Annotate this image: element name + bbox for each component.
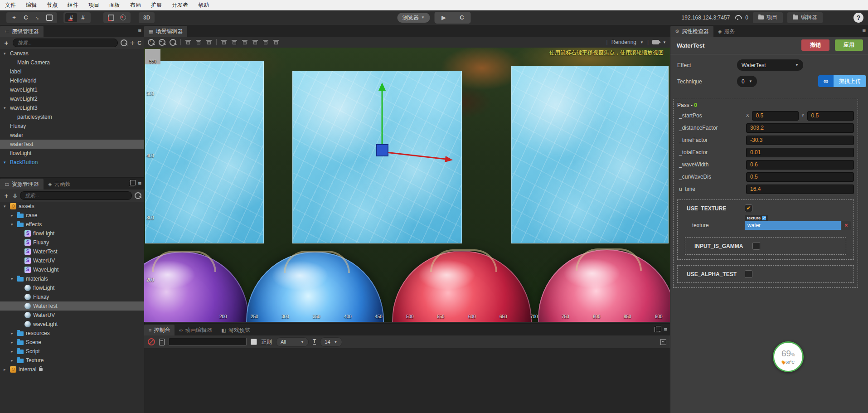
menu-item-7[interactable]: 扩展 — [146, 0, 167, 10]
distribute-gap-icon[interactable] — [273, 39, 279, 45]
expand-arrow[interactable]: ▸ — [11, 331, 17, 335]
prop-input[interactable]: 0.6 — [746, 160, 854, 170]
tab-services[interactable]: ◈ 服务 — [713, 26, 739, 37]
clear-texture-button[interactable]: × — [842, 221, 851, 230]
grid-anchor-tool-icon[interactable]: # — [77, 13, 89, 22]
assets-node-wateruv[interactable]: SWaterUV — [0, 256, 144, 265]
add-node-button[interactable]: + — [3, 39, 10, 47]
assets-node-wavelight[interactable]: waveLight — [0, 320, 144, 329]
search-icon[interactable] — [135, 192, 141, 199]
menu-item-6[interactable]: 布局 — [125, 0, 146, 10]
expand-arrow[interactable]: ▾ — [4, 204, 10, 209]
input-is-gamma-checkbox[interactable] — [752, 242, 760, 250]
panel-layout-icon[interactable] — [129, 181, 134, 186]
expand-arrow[interactable]: ▾ — [4, 51, 10, 56]
rotate-tool-icon[interactable]: C — [20, 13, 32, 22]
assets-node-scene[interactable]: ▸Scene — [0, 338, 144, 347]
menu-item-0[interactable]: 文件 — [0, 0, 21, 10]
console-settings-icon[interactable] — [660, 339, 666, 345]
mode-3d-button[interactable]: 3D — [139, 12, 155, 23]
camera-view-icon[interactable] — [652, 40, 659, 44]
sort-icon[interactable]: ⇊ — [13, 193, 17, 199]
orb-blue[interactable] — [246, 252, 384, 322]
zoom-reset-icon[interactable] — [170, 39, 176, 46]
hierarchy-node-watertest[interactable]: waterTest — [0, 140, 144, 149]
console-tab-2[interactable]: ◧游戏预览 — [217, 325, 254, 335]
assets-node-resources[interactable]: ▸resources — [0, 329, 144, 338]
drag-upload-button[interactable]: ∞ 拖拽上传 — [818, 75, 866, 87]
panel-menu-icon[interactable]: ≡ — [862, 27, 866, 34]
tab-cloud-functions[interactable]: ◈ 云函数 — [44, 179, 75, 189]
align-left-icon[interactable] — [221, 39, 227, 45]
preview-target-dropdown[interactable]: 浏览器 ▼ — [397, 13, 430, 23]
prop-input-y[interactable]: 0.5 — [807, 111, 854, 121]
assets-node-materials[interactable]: ▾materials — [0, 274, 144, 283]
open-project-button[interactable]: 项目 — [753, 12, 783, 23]
use-texture-checkbox[interactable]: ✔ — [745, 204, 752, 212]
panel-menu-icon[interactable]: ≡ — [138, 27, 141, 34]
refresh-button[interactable]: C — [453, 14, 471, 21]
assets-node-effects[interactable]: ▾effects — [0, 220, 144, 229]
effect-dropdown[interactable]: WaterTest ▼ — [737, 59, 803, 71]
assets-node-watertest[interactable]: WaterTest — [0, 301, 144, 311]
expand-arrow[interactable]: ▸ — [11, 340, 17, 345]
hierarchy-node-backbutton[interactable]: ▾BackButton — [0, 158, 144, 167]
assets-node-flowlight[interactable]: SflowLight — [0, 229, 144, 238]
texture-asset-field[interactable]: water — [745, 221, 841, 230]
transform-gizmo[interactable] — [371, 82, 459, 168]
hierarchy-node-particlesystem[interactable]: particlesystem — [0, 112, 144, 121]
orb-purple[interactable] — [144, 252, 249, 322]
menu-item-8[interactable]: 开发者 — [167, 0, 193, 10]
assets-node-case[interactable]: ▸case — [0, 211, 144, 220]
rect-tool-icon[interactable] — [44, 13, 55, 22]
play-button[interactable]: ▶ — [435, 14, 453, 21]
tab-assets[interactable]: 🗀 资源管理器 — [0, 179, 44, 189]
align-right-icon[interactable] — [242, 39, 248, 45]
prop-input[interactable]: 303.2 — [746, 123, 854, 133]
assets-node-watertest[interactable]: SWaterTest — [0, 247, 144, 256]
hierarchy-node-fluxay[interactable]: Fluxay — [0, 121, 144, 131]
orb-pink[interactable] — [538, 249, 670, 322]
assets-node-wavelight[interactable]: SWaveLight — [0, 265, 144, 274]
assets-node-texture[interactable]: ▸Texture — [0, 356, 144, 365]
globe-pin-tool-icon[interactable] — [117, 13, 129, 22]
expand-arrow[interactable]: ▾ — [11, 222, 17, 227]
texture-type-tag[interactable]: texture ↗ — [745, 215, 768, 221]
hierarchy-node-wavelight2[interactable]: waveLight2 — [0, 94, 144, 103]
hierarchy-search-input[interactable]: 搜索... — [13, 39, 118, 47]
add-asset-button[interactable]: + — [3, 192, 10, 199]
prop-input[interactable]: 16.4 — [746, 185, 854, 194]
panel-layout-icon[interactable] — [655, 327, 660, 332]
hierarchy-node-canvas[interactable]: ▾Canvas — [0, 49, 144, 58]
assets-node-internal[interactable]: ▸internal — [0, 365, 144, 374]
align-top-icon[interactable] — [185, 39, 191, 45]
expand-arrow[interactable]: ▸ — [11, 349, 17, 354]
assets-node-fluxay[interactable]: SFluxay — [0, 238, 144, 247]
align-hcenter-icon[interactable] — [231, 39, 238, 45]
log-level-dropdown[interactable]: All ▼ — [276, 337, 309, 347]
panel-menu-icon[interactable]: ≡ — [138, 180, 141, 187]
anchor-tool-icon[interactable]: # — [65, 13, 77, 22]
assets-node-fluxay[interactable]: Fluxay — [0, 292, 144, 301]
region-tool-icon[interactable] — [105, 13, 117, 22]
chevron-down-icon[interactable]: ▼ — [640, 40, 644, 44]
move-tool-icon[interactable]: + — [8, 13, 20, 22]
hierarchy-node-wavelight3[interactable]: ▾waveLight3 — [0, 103, 144, 112]
prop-input[interactable]: -30.3 — [746, 136, 854, 145]
water-quad-right[interactable] — [511, 66, 669, 243]
tab-hierarchy[interactable]: ≔ 层级管理器 — [0, 26, 44, 37]
node-picker-icon[interactable]: ✛ — [130, 40, 135, 46]
console-filter-input[interactable] — [169, 338, 247, 346]
menu-item-5[interactable]: 面板 — [104, 0, 125, 10]
font-size-dropdown[interactable]: 14 ▼ — [320, 337, 342, 347]
scene-viewport[interactable]: 550 使用鼠标右键平移视窗焦点，使用滚轮缩放视图 50040030020020… — [144, 48, 670, 322]
assets-search-input[interactable]: 搜索... — [20, 191, 132, 200]
use-alpha-test-checkbox[interactable] — [745, 270, 752, 278]
hierarchy-node-water[interactable]: water — [0, 131, 144, 140]
assets-node-script[interactable]: ▸Script — [0, 347, 144, 356]
clear-console-icon[interactable] — [148, 338, 155, 345]
distribute-h-icon[interactable] — [252, 39, 258, 45]
expand-arrow[interactable]: ▸ — [11, 213, 17, 218]
menu-item-3[interactable]: 组件 — [63, 0, 83, 10]
apply-button[interactable]: 应用 — [835, 39, 863, 51]
